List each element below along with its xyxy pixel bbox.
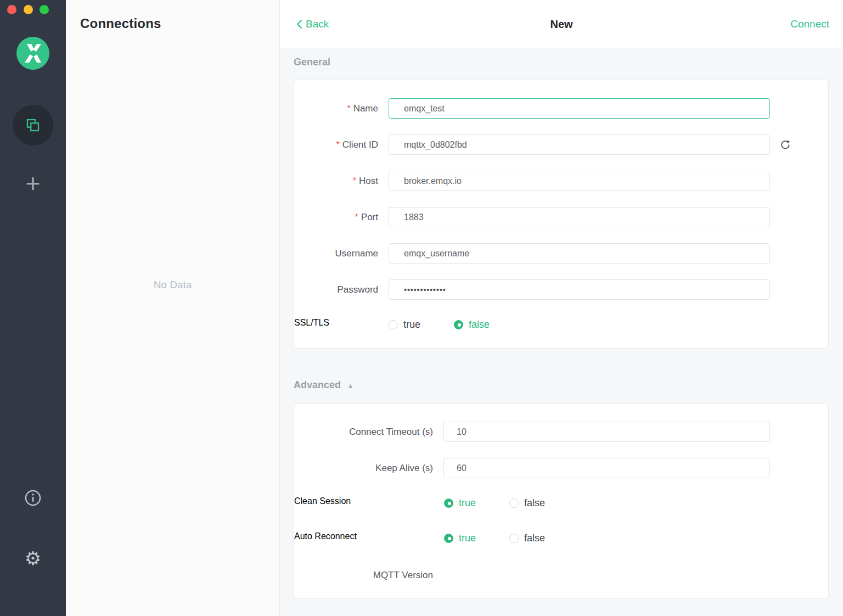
auto-reconnect-true-label[interactable]: true xyxy=(459,533,476,544)
ssl-true-radio[interactable] xyxy=(389,320,398,329)
auto-reconnect-true-radio[interactable] xyxy=(444,534,453,543)
advanced-card: Connect Timeout (s) Keep Alive (s) Clean… xyxy=(294,404,829,598)
password-row: Password xyxy=(294,279,828,300)
zoom-window-button[interactable] xyxy=(40,5,49,14)
client-id-label: * Client ID xyxy=(294,135,378,155)
auto-reconnect-true-option[interactable]: true xyxy=(444,533,476,544)
username-input[interactable] xyxy=(389,243,770,264)
gear-icon: ⚙ xyxy=(25,548,41,569)
port-input[interactable] xyxy=(389,207,770,227)
settings-button[interactable]: ⚙ xyxy=(0,547,66,569)
clean-session-false-option[interactable]: false xyxy=(509,497,545,509)
chevron-left-icon xyxy=(296,19,302,29)
clean-session-true-option[interactable]: true xyxy=(444,497,476,509)
clean-session-false-label[interactable]: false xyxy=(524,497,545,509)
collapse-arrow-icon: ▲ xyxy=(347,382,354,390)
mqtt-version-label: MQTT Version xyxy=(294,565,433,585)
host-label: * Host xyxy=(294,171,378,191)
host-row: * Host xyxy=(294,171,828,191)
advanced-section-toggle[interactable]: Advanced ▲ xyxy=(294,379,354,391)
ssl-false-option[interactable]: false xyxy=(454,319,490,331)
password-label: Password xyxy=(294,279,378,300)
connect-timeout-label: Connect Timeout (s) xyxy=(294,422,433,442)
ssl-true-option[interactable]: true xyxy=(389,319,420,331)
back-button[interactable]: Back xyxy=(296,0,329,48)
connections-icon xyxy=(25,117,41,133)
close-window-button[interactable] xyxy=(7,5,16,14)
minimize-window-button[interactable] xyxy=(24,5,33,14)
form-header: Back New Connect xyxy=(280,0,843,48)
auto-reconnect-label: Auto Reconnect xyxy=(294,531,433,545)
name-label: * Name xyxy=(294,98,378,119)
traffic-lights xyxy=(0,5,66,15)
name-row: * Name xyxy=(294,98,828,119)
general-card: * Name * Client ID * xyxy=(294,80,829,349)
connect-button[interactable]: Connect xyxy=(790,0,829,48)
client-id-input[interactable] xyxy=(389,135,770,155)
about-button[interactable] xyxy=(0,489,66,509)
connections-panel: Connections No Data xyxy=(66,0,280,616)
keep-alive-label: Keep Alive (s) xyxy=(294,458,433,478)
port-label: * Port xyxy=(294,207,378,227)
page-title: New xyxy=(280,0,843,48)
ssl-tls-row: SSL/TLS true false xyxy=(294,318,828,331)
clean-session-true-label[interactable]: true xyxy=(459,497,476,509)
connect-timeout-row: Connect Timeout (s) xyxy=(294,422,828,442)
empty-state-text: No Data xyxy=(66,279,279,291)
ssl-true-label[interactable]: true xyxy=(403,319,420,331)
connections-panel-title: Connections xyxy=(80,16,161,31)
auto-reconnect-false-label[interactable]: false xyxy=(524,533,545,544)
sidebar: + ⚙ xyxy=(0,0,66,616)
regenerate-client-id-button[interactable] xyxy=(779,139,791,151)
username-label: Username xyxy=(294,243,378,264)
ssl-false-radio[interactable] xyxy=(454,320,463,329)
client-id-row: * Client ID xyxy=(294,135,828,155)
advanced-section-title: Advanced xyxy=(294,379,341,390)
keep-alive-row: Keep Alive (s) xyxy=(294,458,828,478)
required-marker: * xyxy=(353,176,356,186)
new-connection-button[interactable]: + xyxy=(0,169,66,198)
username-row: Username xyxy=(294,243,828,264)
required-marker: * xyxy=(355,212,358,222)
main-area: Back New Connect General * Name * Client… xyxy=(280,0,843,616)
keep-alive-input[interactable] xyxy=(443,458,770,478)
password-input[interactable] xyxy=(389,279,770,300)
ssl-false-label[interactable]: false xyxy=(469,319,490,331)
name-input[interactable] xyxy=(389,98,770,119)
mqttx-logo xyxy=(16,37,49,70)
refresh-icon xyxy=(779,139,791,151)
clean-session-row: Clean Session true false xyxy=(294,496,828,509)
ssl-tls-label: SSL/TLS xyxy=(294,318,378,331)
mqttx-logo-glyph xyxy=(16,37,49,70)
required-marker: * xyxy=(347,104,350,114)
clean-session-true-radio[interactable] xyxy=(444,499,453,508)
host-input[interactable] xyxy=(389,171,770,191)
auto-reconnect-row: Auto Reconnect true false xyxy=(294,531,828,545)
auto-reconnect-false-option[interactable]: false xyxy=(509,533,545,544)
connect-timeout-input[interactable] xyxy=(443,422,770,442)
auto-reconnect-false-radio[interactable] xyxy=(509,534,519,543)
general-section-title: General xyxy=(294,57,330,68)
sidebar-item-connections[interactable] xyxy=(13,105,53,145)
required-marker: * xyxy=(336,140,340,150)
mqtt-version-row: MQTT Version 3.1.1 xyxy=(294,565,828,585)
back-label: Back xyxy=(306,18,329,30)
mqttx-window: + ⚙ Connections No Data Back New C xyxy=(0,0,843,616)
info-icon xyxy=(24,489,42,507)
port-row: * Port xyxy=(294,207,828,227)
clean-session-label: Clean Session xyxy=(294,496,433,509)
clean-session-false-radio[interactable] xyxy=(509,499,519,508)
